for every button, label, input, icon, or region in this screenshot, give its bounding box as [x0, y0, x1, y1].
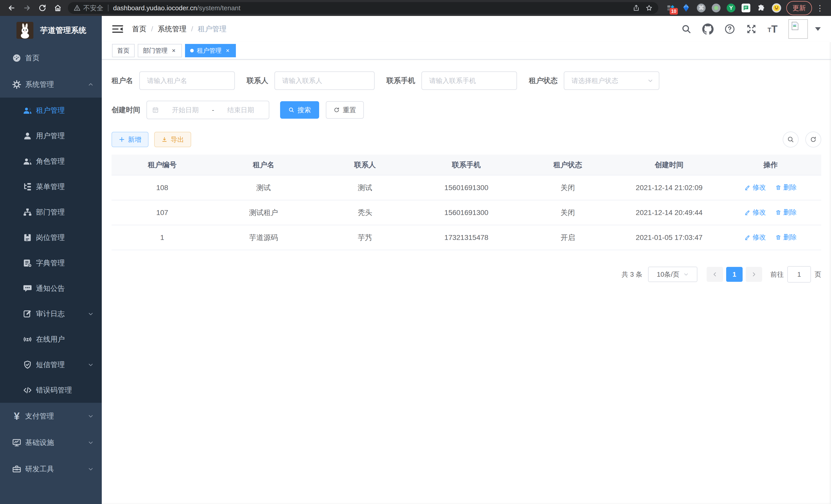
page-url: dashboard.yudao.iocoder.cn/system/tenant	[113, 4, 627, 12]
extension-kite[interactable]	[682, 3, 691, 12]
browser-home-button[interactable]	[51, 1, 65, 15]
extension-recorder[interactable]	[712, 4, 720, 12]
forward-icon	[23, 4, 31, 12]
sidebar-item-user[interactable]: 用户管理	[0, 123, 102, 148]
sidebar-item-dict[interactable]: 字典管理	[0, 250, 102, 276]
extensions-menu[interactable]	[756, 3, 766, 12]
help-button[interactable]	[724, 24, 735, 34]
date-range-picker[interactable]: 开始日期 - 结束日期	[146, 101, 269, 119]
user-avatar[interactable]	[789, 19, 808, 39]
menu-tree-icon	[23, 182, 32, 191]
page-number-current[interactable]: 1	[726, 267, 743, 282]
tag-dept[interactable]: 部门管理	[138, 44, 182, 57]
reset-button[interactable]: 重置	[326, 101, 364, 119]
edit-link[interactable]: 修改	[744, 233, 766, 242]
sidebar-item-infra[interactable]: 基础设施	[0, 429, 102, 456]
breadcrumb-home[interactable]: 首页	[132, 24, 146, 34]
sidebar-item-system[interactable]: 系统管理	[0, 71, 102, 98]
browser-back-button[interactable]	[5, 1, 19, 15]
badge-icon	[23, 233, 32, 242]
extension-tag-manager[interactable]: 10	[666, 3, 675, 12]
cell-tenant-name: 芋道源码	[213, 225, 315, 250]
next-page-button[interactable]	[746, 267, 762, 282]
export-button[interactable]: 导出	[154, 132, 191, 147]
extension-emoji[interactable]	[772, 3, 781, 12]
goto-page-input[interactable]	[787, 266, 811, 283]
status-select[interactable]: 请选择租户状态	[564, 71, 659, 90]
sidebar-item-error-code[interactable]: 错误码管理	[0, 377, 102, 403]
close-icon[interactable]	[171, 48, 177, 54]
delete-link[interactable]: 删除	[775, 183, 797, 192]
pagination-total: 共 3 条	[622, 270, 642, 279]
tag-home[interactable]: 首页	[112, 44, 135, 57]
col-mobile: 联系手机	[416, 155, 517, 175]
sidebar-item-home[interactable]: 首页	[0, 45, 102, 71]
fullscreen-button[interactable]	[746, 24, 757, 34]
extension-shortcuts[interactable]	[697, 4, 706, 12]
close-icon[interactable]	[225, 48, 231, 54]
delete-link[interactable]: 删除	[775, 208, 797, 217]
update-label: 更新	[793, 4, 806, 12]
filter-contact: 联系人	[247, 71, 375, 90]
mobile-input[interactable]	[422, 71, 517, 90]
command-icon	[698, 5, 704, 11]
header-search-button[interactable]	[681, 24, 691, 34]
shield-check-icon	[23, 360, 32, 369]
refresh-table-button[interactable]	[805, 131, 821, 147]
tenant-name-input[interactable]	[139, 71, 235, 90]
edit-link[interactable]: 修改	[744, 183, 766, 192]
browser-menu-button[interactable]	[813, 4, 826, 12]
sidebar-item-role[interactable]: 角色管理	[0, 148, 102, 174]
sidebar-item-pay[interactable]: 支付管理	[0, 403, 102, 429]
navbar-actions: TT	[681, 19, 821, 39]
record-dot-icon	[714, 6, 718, 10]
search-button[interactable]: 搜索	[280, 101, 319, 119]
sidebar-item-label: 错误码管理	[36, 385, 72, 395]
page-size-select[interactable]: 10条/页	[648, 267, 697, 282]
edit-label: 修改	[753, 208, 766, 217]
edit-link[interactable]: 修改	[744, 208, 766, 217]
github-icon	[702, 23, 714, 35]
col-status: 租户状态	[517, 155, 619, 175]
page-content: 租户名 联系人 联系手机 租户状态 请选择租户状态	[102, 60, 831, 504]
sidebar-item-dev-tools[interactable]: 研发工具	[0, 456, 102, 482]
extension-chat[interactable]	[742, 4, 750, 12]
sidebar-item-menu[interactable]: 菜单管理	[0, 174, 102, 199]
font-size-button[interactable]: TT	[768, 23, 778, 35]
sidebar-item-notice[interactable]: 通知公告	[0, 276, 102, 301]
site-security-indicator[interactable]: 不安全	[74, 4, 103, 12]
toggle-search-button[interactable]	[783, 131, 799, 147]
avatar-dropdown-caret[interactable]	[815, 27, 821, 31]
github-link[interactable]	[702, 23, 714, 35]
sidebar-item-online-users[interactable]: 在线用户	[0, 326, 102, 352]
sidebar-item-label: 审计日志	[36, 309, 65, 319]
sidebar-item-post[interactable]: 岗位管理	[0, 225, 102, 250]
sidebar-item-sms[interactable]: 短信管理	[0, 352, 102, 377]
sidebar-item-dept[interactable]: 部门管理	[0, 199, 102, 225]
browser-forward-button[interactable]	[20, 1, 34, 15]
share-button[interactable]	[633, 4, 640, 11]
tag-tenant-active[interactable]: 租户管理	[185, 44, 236, 57]
sidebar-logo[interactable]: 芋道管理系统	[0, 16, 102, 45]
contact-input[interactable]	[275, 71, 375, 90]
sidebar-item-tenant[interactable]: 租户管理	[0, 98, 102, 123]
sidebar-toggle-button[interactable]	[112, 24, 123, 34]
logo-rabbit-image	[17, 22, 33, 39]
toolbox-icon	[12, 464, 22, 474]
prev-page-button[interactable]	[707, 267, 723, 282]
browser-update-button[interactable]: 更新	[786, 1, 812, 15]
breadcrumb-system[interactable]: 系统管理	[158, 24, 187, 34]
tags-view-bar: 首页 部门管理 租户管理	[102, 42, 831, 60]
browser-reload-button[interactable]	[35, 1, 49, 15]
sidebar-item-audit-log[interactable]: 审计日志	[0, 301, 102, 326]
extension-y-app[interactable]: Y	[727, 4, 736, 12]
breadcrumb-current: 租户管理	[198, 24, 227, 34]
pen-icon	[744, 234, 751, 240]
sidebar-item-label: 菜单管理	[36, 182, 65, 191]
bookmark-button[interactable]	[646, 4, 653, 11]
sidebar-item-label: 部门管理	[36, 207, 65, 217]
delete-link[interactable]: 删除	[775, 233, 797, 242]
trash-icon	[775, 209, 781, 215]
add-button[interactable]: 新增	[112, 132, 148, 147]
browser-address-bar[interactable]: 不安全 dashboard.yudao.iocoder.cn/system/te…	[68, 2, 658, 14]
